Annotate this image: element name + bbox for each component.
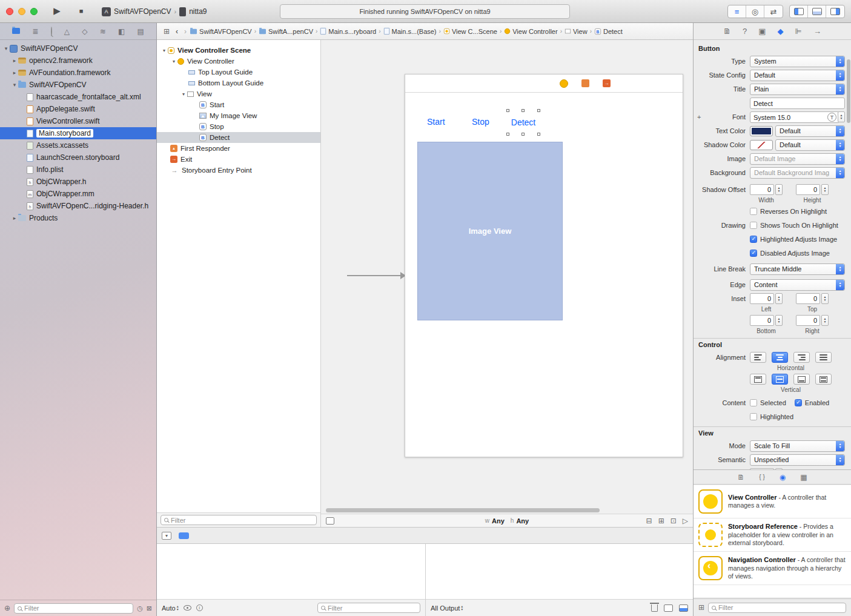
- breadcrumb[interactable]: SwiftAVFOpenCV: [190, 28, 252, 35]
- image-combo[interactable]: Default Image▴▾: [750, 153, 845, 165]
- scheme-selector[interactable]: A SwiftAVFOpenCV › nitta9: [102, 5, 207, 18]
- reverses-on-highlight-checkbox[interactable]: [750, 208, 757, 215]
- quick-help-inspector-icon[interactable]: ?: [743, 27, 747, 36]
- variables-filter-field[interactable]: Filter: [317, 603, 420, 613]
- toggle-debug-area-button[interactable]: [808, 5, 826, 18]
- forward-button[interactable]: ›: [184, 27, 187, 36]
- exit-dock-icon[interactable]: →: [603, 79, 611, 87]
- symbol-navigator-icon[interactable]: ≣: [32, 27, 38, 36]
- storyboard-canvas[interactable]: → Start Stop Detect Image View w: [321, 40, 693, 527]
- inspector-scrollbar[interactable]: [847, 59, 850, 123]
- show-console-view-button[interactable]: [679, 604, 688, 612]
- related-items-icon[interactable]: ⊞: [164, 27, 170, 36]
- stop-button[interactable]: ■: [73, 4, 90, 18]
- connections-inspector-icon[interactable]: →: [813, 27, 821, 36]
- inset-right-stepper[interactable]: ▲▼: [821, 315, 829, 326]
- source-control-status-icon[interactable]: ⊠: [147, 604, 152, 612]
- outline-row-selected[interactable]: Detect: [157, 132, 320, 143]
- outline-row[interactable]: ▾View Controller: [157, 56, 320, 67]
- embed-in-stack-button[interactable]: ⊟: [646, 517, 652, 525]
- halign-left-button[interactable]: [750, 352, 766, 363]
- shadow-width-field[interactable]: 0: [750, 184, 774, 195]
- highlighted-adjusts-image-checkbox[interactable]: [750, 236, 757, 243]
- shadow-color-popup[interactable]: Default▴▾: [775, 139, 845, 151]
- clear-console-icon[interactable]: [651, 604, 658, 612]
- file-row-selected[interactable]: Main.storyboard: [0, 127, 156, 139]
- library-filter-field[interactable]: Filter: [708, 603, 846, 613]
- outline-row[interactable]: ▾View: [157, 88, 320, 99]
- file-row[interactable]: SwiftAVFOpenC...ridging-Header.h: [0, 200, 156, 212]
- show-variables-view-button[interactable]: [664, 604, 673, 612]
- halign-center-button[interactable]: [772, 352, 788, 363]
- storyboard-entry-arrow[interactable]: [347, 275, 405, 276]
- minimize-window-button[interactable]: [18, 8, 25, 15]
- object-library-icon[interactable]: ◉: [780, 473, 786, 482]
- file-template-library-icon[interactable]: 🗎: [737, 473, 744, 482]
- toggle-navigator-button[interactable]: [790, 5, 808, 18]
- outline-row[interactable]: ▾View Controller Scene: [157, 45, 320, 56]
- back-button[interactable]: ‹: [176, 27, 178, 36]
- text-color-popup[interactable]: Default▴▾: [775, 125, 845, 137]
- size-class-control[interactable]: w Any h Any: [485, 517, 529, 525]
- library-view-mode-icon[interactable]: ⊞: [698, 603, 704, 612]
- resize-handle[interactable]: [522, 109, 525, 112]
- zoom-window-button[interactable]: [30, 8, 38, 15]
- quicklook-icon[interactable]: [184, 605, 191, 611]
- file-row[interactable]: haarcascade_frontalface_alt.xml: [0, 91, 156, 103]
- resize-handle[interactable]: [506, 133, 509, 136]
- library-item[interactable]: Storyboard Reference - Provides a placeh…: [694, 518, 851, 552]
- breakpoints-toggle-button[interactable]: [179, 532, 189, 539]
- breadcrumb[interactable]: Detect: [594, 28, 623, 35]
- issue-navigator-icon[interactable]: △: [64, 27, 70, 36]
- shadow-color-well[interactable]: [750, 140, 773, 150]
- close-window-button[interactable]: [6, 8, 13, 15]
- view-controller-scene[interactable]: → Start Stop Detect Image View: [405, 74, 683, 457]
- view-controller-dock-icon[interactable]: [560, 79, 568, 88]
- print-description-icon[interactable]: i: [196, 604, 203, 611]
- version-editor-button[interactable]: ⇄: [764, 5, 783, 18]
- font-field[interactable]: System 15.0: [750, 111, 839, 123]
- outline-row[interactable]: Top Layout Guide: [157, 67, 320, 78]
- debug-navigator-icon[interactable]: ≋: [100, 27, 106, 36]
- resize-handle[interactable]: [537, 109, 540, 112]
- file-row[interactable]: ObjCWrapper.mm: [0, 188, 156, 200]
- background-combo[interactable]: Default Background Imag▴▾: [750, 167, 845, 179]
- detect-button-selection[interactable]: Detect: [508, 111, 538, 134]
- outline-row[interactable]: First Responder: [157, 143, 320, 154]
- enabled-checkbox[interactable]: [795, 399, 802, 406]
- breadcrumb[interactable]: View: [565, 28, 588, 35]
- text-color-well[interactable]: [750, 126, 773, 136]
- size-inspector-icon[interactable]: ⊫: [795, 27, 802, 36]
- outline-row[interactable]: Stop: [157, 121, 320, 132]
- media-library-icon[interactable]: ▦: [800, 473, 807, 482]
- inset-top-field[interactable]: 0: [796, 293, 820, 304]
- outline-row[interactable]: Start: [157, 99, 320, 110]
- inset-bottom-stepper[interactable]: ▲▼: [775, 315, 783, 326]
- valign-top-button[interactable]: [750, 374, 766, 385]
- state-config-popup[interactable]: Default▴▾: [750, 70, 845, 81]
- outline-row[interactable]: Exit: [157, 154, 320, 165]
- toggle-inspector-button[interactable]: [826, 5, 844, 18]
- file-row[interactable]: AppDelegate.swift: [0, 103, 156, 115]
- outline-row[interactable]: My Image View: [157, 110, 320, 121]
- variables-scope-popup[interactable]: Auto▴▾: [162, 604, 179, 612]
- breadcrumb[interactable]: Main.s...ryboard: [320, 27, 376, 35]
- run-button[interactable]: ▶: [48, 4, 65, 18]
- outline-filter-field[interactable]: Filter: [161, 515, 317, 525]
- file-row[interactable]: Assets.xcassets: [0, 139, 156, 151]
- breadcrumb[interactable]: View C...Scene: [443, 28, 497, 35]
- inset-bottom-field[interactable]: 0: [750, 315, 774, 326]
- shadow-height-field[interactable]: 0: [796, 184, 820, 195]
- console-output-popup[interactable]: All Output▴▾: [431, 604, 463, 612]
- first-responder-dock-icon[interactable]: [581, 79, 589, 87]
- halign-justify-button[interactable]: [815, 352, 832, 363]
- attributes-inspector-icon[interactable]: ◆: [778, 27, 784, 36]
- resize-handle[interactable]: [537, 133, 540, 136]
- destination-name[interactable]: nitta9: [189, 7, 207, 16]
- inset-left-field[interactable]: 0: [750, 293, 774, 304]
- font-size-stepper[interactable]: ▲▼: [838, 111, 845, 122]
- file-row[interactable]: ▸Products: [0, 212, 156, 224]
- inset-top-stepper[interactable]: ▲▼: [821, 293, 829, 304]
- semantic-popup[interactable]: Unspecified▴▾: [750, 454, 845, 466]
- title-style-popup[interactable]: Plain▴▾: [750, 84, 845, 95]
